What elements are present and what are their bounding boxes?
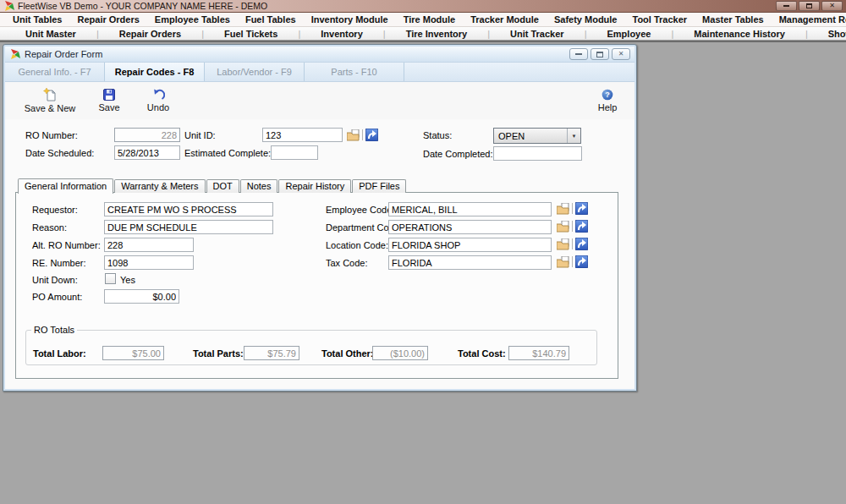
department-goto-icon[interactable] (575, 220, 588, 233)
shortcut-show-reminders[interactable]: Show Reminders (808, 29, 846, 39)
undo-arrow-icon (152, 89, 165, 101)
save-and-new-button[interactable]: Save & New (20, 85, 80, 117)
menu-inventory-module[interactable]: Inventory Module (304, 14, 396, 25)
form-title: Repair Order Form (25, 49, 102, 59)
svg-text:?: ? (605, 90, 610, 99)
tax-goto-icon[interactable] (575, 255, 588, 268)
tab-repair-codes-f8[interactable]: Repair Codes - F8 (105, 63, 205, 81)
maximize-button[interactable] (799, 1, 820, 11)
tab-general-information[interactable]: General Information (18, 178, 113, 194)
date-completed-field[interactable] (493, 146, 582, 161)
menu-master-tables[interactable]: Master Tables (695, 14, 772, 25)
alt-ro-number-label: Alt. RO Number: (32, 238, 101, 253)
re-number-field[interactable] (104, 255, 194, 270)
tab-labor-vendor-f9[interactable]: Labor/Vendor - F9 (205, 63, 305, 81)
menu-safety-module[interactable]: Safety Module (547, 14, 625, 25)
status-dropdown[interactable]: OPEN ▼ (493, 128, 581, 144)
location-goto-icon[interactable] (575, 238, 588, 250)
total-labor-label: Total Labor: (33, 347, 86, 361)
new-document-icon (43, 88, 57, 101)
menu-management-reports[interactable]: Management Reports (772, 14, 846, 25)
employee-lookup-folder-icon[interactable] (557, 203, 569, 215)
location-code-field[interactable] (388, 238, 552, 252)
shortcut-tire-inventory[interactable]: Tire Inventory (386, 29, 488, 39)
form-minimize-button[interactable] (569, 48, 588, 60)
tax-code-lookup-group (557, 255, 588, 268)
shortcut-inventory[interactable]: Inventory (300, 29, 383, 39)
window-controls: ✕ (776, 1, 843, 11)
department-code-field[interactable] (388, 220, 552, 234)
location-lookup-folder-icon[interactable] (557, 238, 569, 250)
unit-id-field[interactable] (262, 128, 343, 142)
menu-repair-orders[interactable]: Repair Orders (69, 14, 146, 25)
requestor-label: Requestor: (32, 203, 78, 217)
status-label: Status: (423, 129, 452, 143)
total-parts-field[interactable] (244, 346, 299, 360)
menu-employee-tables[interactable]: Employee Tables (147, 14, 238, 25)
menu-bar: Unit Tables Repair Orders Employee Table… (0, 13, 846, 27)
unit-goto-icon[interactable] (365, 129, 378, 141)
close-button[interactable]: ✕ (821, 1, 843, 11)
re-number-label: RE. Number: (32, 256, 86, 271)
menu-tool-tracker[interactable]: Tool Tracker (625, 14, 695, 25)
total-parts-label: Total Parts: (193, 347, 244, 361)
po-amount-label: PO Amount: (32, 290, 82, 304)
menu-tracker-module[interactable]: Tracker Module (463, 14, 547, 25)
total-cost-field[interactable] (508, 346, 569, 360)
minimize-button[interactable] (776, 1, 797, 11)
menu-fuel-tables[interactable]: Fuel Tables (238, 14, 304, 25)
shortcut-fuel-tickets[interactable]: Fuel Tickets (204, 29, 298, 39)
tab-warranty-meters[interactable]: Warranty & Meters (114, 179, 205, 193)
location-code-lookup-group (557, 238, 588, 250)
employee-code-field[interactable] (388, 202, 552, 216)
tax-lookup-folder-icon[interactable] (557, 256, 569, 268)
menu-tire-module[interactable]: Tire Module (396, 14, 464, 25)
po-amount-field[interactable] (104, 289, 179, 304)
date-scheduled-field[interactable] (114, 145, 180, 160)
alt-ro-number-field[interactable] (104, 238, 194, 252)
separator (362, 129, 363, 140)
separator (572, 203, 573, 214)
unit-id-lookup-group (347, 129, 378, 141)
separator (572, 238, 573, 249)
help-button[interactable]: ? Help (578, 85, 637, 117)
form-maximize-button[interactable] (591, 48, 609, 60)
shortcut-maintenance-history[interactable]: Maintenance History (673, 29, 805, 39)
department-lookup-folder-icon[interactable] (557, 221, 569, 233)
shortcut-employee[interactable]: Employee (586, 29, 671, 39)
tab-repair-history[interactable]: Repair History (278, 179, 351, 193)
shortcut-bar: Unit Master| Repair Orders| Fuel Tickets… (0, 27, 846, 41)
detail-tab-strip: General Information Warranty & Meters DO… (18, 178, 407, 193)
repair-order-form-titlebar[interactable]: Repair Order Form ✕ (5, 47, 634, 63)
shortcut-repair-orders[interactable]: Repair Orders (99, 29, 201, 39)
employee-goto-icon[interactable] (575, 202, 588, 215)
repair-order-form-window: Repair Order Form ✕ General Info. - F7 R… (3, 44, 637, 392)
undo-button[interactable]: Undo (129, 85, 188, 117)
tab-parts-f10[interactable]: Parts - F10 (305, 63, 404, 81)
total-cost-label: Total Cost: (458, 347, 506, 361)
unit-lookup-folder-icon[interactable] (347, 129, 360, 141)
estimated-complete-field[interactable] (271, 145, 318, 160)
reason-field[interactable] (104, 220, 273, 234)
menu-unit-tables[interactable]: Unit Tables (5, 14, 69, 25)
unit-down-checkbox[interactable] (105, 273, 116, 284)
total-labor-field[interactable] (102, 346, 164, 360)
form-icon (9, 49, 20, 60)
tab-general-info-f7[interactable]: General Info. - F7 (5, 63, 105, 81)
shortcut-unit-tracker[interactable]: Unit Tracker (490, 29, 585, 39)
form-toolbar: Save & New Save (5, 82, 634, 119)
tab-notes[interactable]: Notes (240, 179, 278, 193)
requestor-field[interactable] (104, 202, 273, 216)
tab-pdf-files[interactable]: PDF Files (352, 179, 406, 193)
tax-code-field[interactable] (388, 255, 552, 270)
form-close-button[interactable]: ✕ (612, 48, 630, 60)
unit-down-yes-label: Yes (120, 273, 135, 288)
floppy-disk-icon (103, 89, 115, 101)
ro-number-field[interactable] (114, 128, 180, 142)
shortcut-unit-master[interactable]: Unit Master (5, 29, 96, 39)
total-other-field[interactable] (372, 346, 428, 360)
window-title: FleetWise VB Demo - YOUR COMPANY NAME HE… (18, 1, 267, 11)
ro-totals-legend: RO Totals (31, 325, 77, 335)
main-titlebar[interactable]: FleetWise VB Demo - YOUR COMPANY NAME HE… (0, 0, 846, 13)
tab-dot[interactable]: DOT (206, 179, 239, 193)
